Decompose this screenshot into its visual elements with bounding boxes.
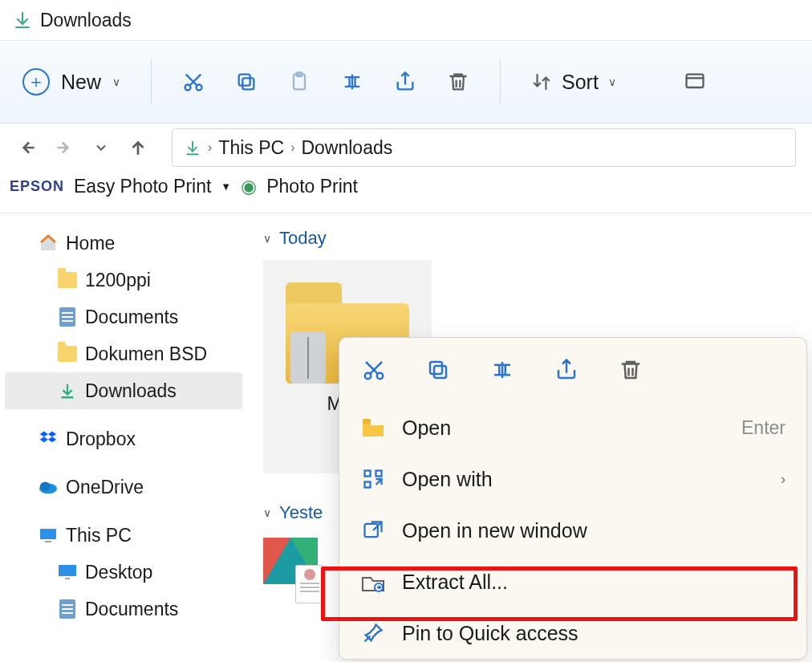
desktop-icon	[58, 562, 77, 582]
dropbox-icon	[39, 429, 58, 449]
sidebar-item-label: Documents	[85, 599, 178, 620]
chevron-down-icon: ∨	[608, 75, 616, 88]
up-button[interactable]	[127, 136, 149, 159]
ctx-pin-quick-access[interactable]: Pin to Quick access	[339, 607, 806, 659]
chevron-down-icon: ∨	[112, 75, 120, 88]
chevron-right-icon: ›	[781, 471, 786, 488]
sidebar-item-documents[interactable]: Documents	[0, 299, 247, 335]
folder-open-icon	[360, 415, 386, 441]
caret-down-icon: ▼	[221, 181, 231, 193]
document-icon	[58, 307, 77, 327]
svg-rect-22	[365, 482, 371, 488]
svg-rect-3	[239, 75, 250, 86]
recent-dropdown[interactable]	[90, 136, 112, 159]
sidebar-item-dokumen-bsd[interactable]: Dokumen BSD	[0, 335, 247, 372]
photo-print-bullet-icon: ◉	[241, 176, 257, 197]
sidebar-item-label: Home	[66, 233, 115, 254]
ctx-label: Extract All...	[402, 571, 508, 594]
share-icon[interactable]	[394, 71, 416, 93]
address-bar[interactable]: › This PC › Downloads	[172, 128, 796, 167]
photo-print-button[interactable]: Photo Print	[266, 176, 358, 197]
svg-point-14	[365, 373, 371, 380]
chevron-down-icon: ∨	[263, 232, 271, 245]
svg-rect-19	[363, 419, 371, 424]
sidebar-item-label: Dokumen BSD	[85, 343, 207, 365]
ctx-share-icon[interactable]	[553, 356, 580, 384]
pin-icon	[360, 620, 386, 646]
svg-rect-23	[365, 524, 378, 537]
group-today-header[interactable]: ∨ Today	[263, 228, 796, 249]
extract-icon	[360, 569, 386, 595]
ctx-label: Pin to Quick access	[402, 622, 579, 645]
ctx-label: Open in new window	[402, 519, 587, 542]
new-window-icon	[360, 518, 386, 543]
ctx-label: Open with	[402, 468, 493, 491]
svg-rect-21	[376, 471, 382, 477]
sidebar-item-home[interactable]: Home	[0, 225, 247, 262]
sidebar-item-label: Documents	[85, 307, 178, 328]
chevron-down-icon: ∨	[263, 506, 271, 519]
chevron-right-icon: ›	[208, 140, 212, 155]
downloads-path-icon	[184, 139, 201, 156]
window-title: Downloads	[40, 10, 132, 31]
ctx-open[interactable]: Open Enter	[339, 402, 806, 453]
svg-rect-12	[59, 565, 76, 576]
open-with-icon	[360, 466, 386, 492]
folder-icon	[58, 344, 77, 363]
sidebar-item-1200ppi[interactable]: 1200ppi	[0, 262, 247, 299]
view-icon[interactable]	[684, 71, 706, 93]
ctx-cut-icon[interactable]	[360, 356, 388, 384]
downloads-title-icon	[13, 10, 32, 30]
ctx-extract-all[interactable]: Extract All...	[339, 556, 806, 607]
sidebar-item-documents2[interactable]: Documents	[0, 591, 247, 627]
sort-button[interactable]: Sort ∨	[531, 71, 616, 94]
new-label: New	[61, 71, 101, 94]
svg-point-0	[185, 85, 191, 91]
document-icon	[58, 599, 77, 619]
svg-rect-11	[45, 541, 51, 542]
copy-icon[interactable]	[235, 71, 258, 93]
onedrive-icon	[39, 477, 58, 497]
ctx-rename-icon[interactable]	[489, 356, 516, 384]
rename-icon[interactable]	[341, 71, 363, 93]
sidebar-item-dropbox[interactable]: Dropbox	[0, 420, 247, 457]
ctx-open-with[interactable]: Open with ›	[339, 453, 806, 505]
forward-button[interactable]	[53, 136, 75, 159]
breadcrumb-root[interactable]: This PC	[218, 137, 284, 159]
sidebar-item-label: Downloads	[85, 380, 177, 402]
svg-point-15	[377, 373, 384, 380]
svg-rect-10	[40, 529, 56, 539]
context-menu: Open Enter Open with › Open in new windo…	[339, 337, 807, 660]
ctx-label: Open	[402, 416, 451, 440]
sidebar-item-label: This PC	[66, 525, 132, 546]
svg-rect-7	[686, 75, 703, 87]
ctx-open-new-window[interactable]: Open in new window	[339, 505, 806, 556]
sidebar-item-thispc[interactable]: This PC	[0, 517, 247, 554]
ctx-delete-icon[interactable]	[617, 356, 644, 384]
sidebar-item-desktop[interactable]: Desktop	[0, 554, 247, 591]
sidebar-item-onedrive[interactable]: OneDrive	[0, 469, 247, 506]
paste-icon[interactable]	[288, 71, 311, 93]
chevron-right-icon: ›	[290, 140, 294, 155]
back-button[interactable]	[16, 136, 39, 159]
breadcrumb-current[interactable]: Downloads	[301, 137, 392, 159]
sidebar-item-label: Desktop	[85, 562, 152, 583]
cut-icon[interactable]	[182, 71, 205, 93]
downloads-icon	[58, 381, 77, 400]
new-button[interactable]: ＋ New ∨	[22, 68, 120, 95]
ctx-copy-icon[interactable]	[424, 356, 452, 384]
folder-icon	[58, 270, 77, 290]
svg-rect-20	[365, 471, 371, 477]
file-item[interactable]	[263, 538, 319, 602]
sort-label: Sort	[562, 71, 599, 94]
group-label: Today	[279, 228, 327, 249]
home-icon	[39, 234, 58, 253]
svg-point-9	[40, 482, 51, 491]
sidebar: Home 1200ppi Documents Dokumen BSD Downl…	[0, 213, 247, 662]
sidebar-item-downloads[interactable]: Downloads	[5, 372, 242, 409]
svg-rect-17	[430, 362, 442, 374]
group-label: Yeste	[279, 502, 323, 523]
delete-icon[interactable]	[447, 71, 469, 93]
easy-photo-print-button[interactable]: Easy Photo Print	[74, 176, 211, 197]
sidebar-item-label: OneDrive	[66, 477, 144, 498]
